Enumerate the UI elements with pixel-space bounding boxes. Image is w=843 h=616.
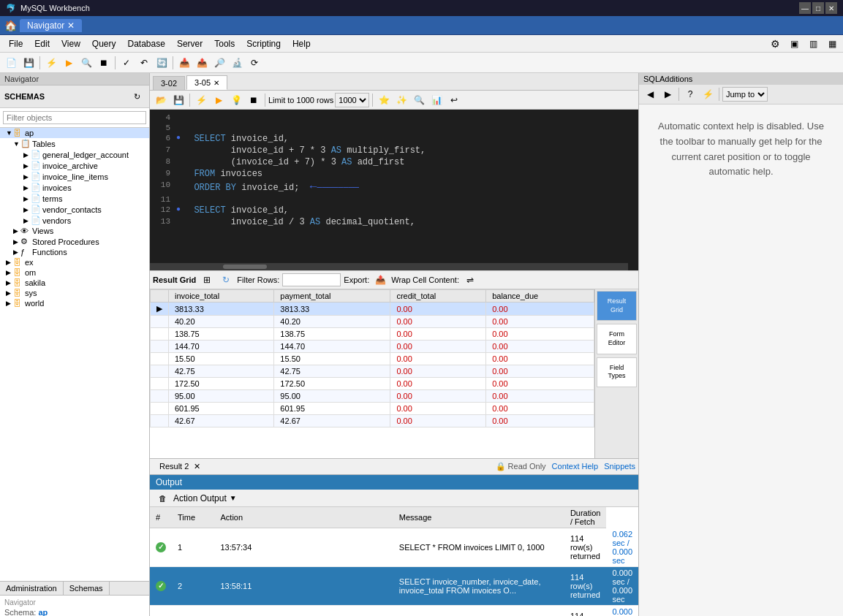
- tab-3-05-close-icon[interactable]: ✕: [213, 79, 219, 87]
- col-balance-due[interactable]: balance_due: [486, 290, 594, 303]
- schema-om[interactable]: ▶ 🗄 om: [0, 267, 149, 278]
- inspect-icon[interactable]: 🔬: [229, 55, 245, 71]
- table-row[interactable]: 138.75138.750.000.00: [151, 328, 594, 341]
- views-group[interactable]: ▶ 👁 Views: [0, 226, 149, 236]
- instance-close-icon[interactable]: ✕: [67, 20, 75, 31]
- schema-ex[interactable]: ▶ 🗄 ex: [0, 257, 149, 267]
- layout-btn-3[interactable]: ▦: [824, 36, 840, 52]
- result-refresh-icon[interactable]: ↻: [218, 272, 234, 288]
- tab-3-02[interactable]: 3-02: [153, 76, 185, 90]
- table-row[interactable]: 15.5015.500.000.00: [151, 353, 594, 365]
- context-help-link[interactable]: Context Help: [552, 462, 599, 471]
- table-vendors[interactable]: ▶ 📄 vendors: [0, 215, 149, 226]
- execute-icon[interactable]: ⚡: [193, 92, 209, 108]
- beautify-icon[interactable]: ✨: [393, 92, 409, 108]
- table-row[interactable]: ▶3813.333813.330.000.00: [151, 303, 594, 316]
- menu-tools[interactable]: Tools: [208, 37, 241, 50]
- table-row[interactable]: 42.6742.670.000.00: [151, 415, 594, 427]
- table-row[interactable]: 144.70144.700.000.00: [151, 341, 594, 353]
- close-button[interactable]: ✕: [825, 2, 837, 14]
- tables-group[interactable]: ▼ 📋 Tables: [0, 138, 149, 149]
- table-row[interactable]: 601.95601.950.000.00: [151, 403, 594, 415]
- gear-icon[interactable]: ⚙: [767, 36, 783, 52]
- save-icon[interactable]: 💾: [20, 55, 37, 71]
- word-wrap-icon[interactable]: ↩: [446, 92, 462, 108]
- maximize-button[interactable]: □: [812, 2, 824, 14]
- commit-icon[interactable]: ✓: [118, 55, 135, 71]
- run-icon[interactable]: ⚡: [43, 55, 59, 71]
- filter-rows-input[interactable]: [282, 273, 341, 286]
- result-tab-2[interactable]: Result 2 ✕: [153, 460, 207, 474]
- jump-to-select[interactable]: Jump to: [722, 87, 768, 102]
- reconnect-icon[interactable]: ⟳: [246, 55, 262, 71]
- result-grid-btn[interactable]: Result Grid: [597, 291, 637, 321]
- save-file-icon[interactable]: 💾: [170, 92, 186, 108]
- execute-current-icon[interactable]: ▶: [211, 92, 227, 108]
- table-row[interactable]: 40.2040.200.000.00: [151, 316, 594, 328]
- col-invoice-total[interactable]: invoice_total: [169, 290, 274, 303]
- window-controls[interactable]: — □ ✕: [799, 2, 837, 14]
- output-row[interactable]: ✓213:58:11SELECT invoice_number, invoice…: [150, 566, 638, 605]
- export-icon[interactable]: 📤: [194, 55, 210, 71]
- col-payment-total[interactable]: payment_total: [274, 290, 390, 303]
- schema-sakila[interactable]: ▶ 🗄 sakila: [0, 278, 149, 288]
- query-stats-icon[interactable]: 📊: [428, 92, 445, 108]
- form-editor-btn[interactable]: Form Editor: [597, 324, 637, 354]
- field-types-btn[interactable]: Field Types: [597, 357, 637, 387]
- table-vendor-contacts[interactable]: ▶ 📄 vendor_contacts: [0, 204, 149, 215]
- additions-back-icon[interactable]: ◀: [642, 86, 658, 102]
- output-clear-icon[interactable]: 🗑: [154, 490, 170, 506]
- result-grid-view-icon[interactable]: ⊞: [199, 272, 215, 288]
- run-selection-icon[interactable]: ▶: [61, 55, 77, 71]
- schema-world[interactable]: ▶ 🗄 world: [0, 298, 149, 308]
- menu-query[interactable]: Query: [86, 37, 122, 50]
- import-icon[interactable]: 📥: [176, 55, 192, 71]
- toggle-autocommit-icon[interactable]: 🔄: [154, 55, 170, 71]
- explain-query-icon[interactable]: 💡: [228, 92, 244, 108]
- table-terms[interactable]: ▶ 📄 terms: [0, 193, 149, 204]
- tab-3-05[interactable]: 3-05 ✕: [186, 75, 227, 90]
- search-icon[interactable]: 🔎: [211, 55, 227, 71]
- layout-btn-2[interactable]: ▥: [805, 36, 821, 52]
- action-output-dropdown-icon[interactable]: ▼: [230, 494, 237, 502]
- functions-group[interactable]: ▶ ƒ Functions: [0, 247, 149, 257]
- additions-help-icon[interactable]: ?: [682, 86, 698, 102]
- additions-forward-icon[interactable]: ▶: [659, 86, 676, 102]
- schema-ap[interactable]: ▼ 🗄 ap: [0, 128, 149, 138]
- table-invoice-archive[interactable]: ▶ 📄 invoice_archive: [0, 160, 149, 171]
- menu-scripting[interactable]: Scripting: [241, 37, 287, 50]
- sql-editor[interactable]: 4 5 6 ● SELECT invoice_id, 7: [150, 110, 638, 270]
- open-file-icon[interactable]: 📂: [153, 92, 169, 108]
- menu-edit[interactable]: Edit: [29, 37, 56, 50]
- menu-file[interactable]: File: [3, 37, 29, 50]
- menu-help[interactable]: Help: [287, 37, 317, 50]
- schema-sys[interactable]: ▶ 🗄 sys: [0, 288, 149, 298]
- export-icon[interactable]: 📤: [372, 272, 388, 288]
- limit-select[interactable]: 1000 500 100: [335, 93, 369, 107]
- table-general-ledger[interactable]: ▶ 📄 general_ledger_account: [0, 149, 149, 160]
- explain-icon[interactable]: 🔍: [78, 55, 94, 71]
- find-icon[interactable]: 🔍: [411, 92, 427, 108]
- minimize-button[interactable]: —: [799, 2, 811, 14]
- additions-auto-icon[interactable]: ⚡: [700, 86, 716, 102]
- table-invoices[interactable]: ▶ 📄 invoices: [0, 182, 149, 193]
- stop-query-icon[interactable]: ⏹: [246, 92, 262, 108]
- refresh-schemas-icon[interactable]: ↻: [129, 88, 145, 104]
- result-tab-2-close-icon[interactable]: ✕: [194, 462, 200, 471]
- wrap-icon[interactable]: ⇌: [462, 272, 478, 288]
- col-credit-total[interactable]: credit_total: [390, 290, 486, 303]
- stored-procedures-group[interactable]: ▶ ⚙ Stored Procedures: [0, 236, 149, 247]
- instance-tab[interactable]: Navigator ✕: [20, 19, 82, 32]
- schemas-tab[interactable]: Schemas: [64, 582, 110, 595]
- output-row[interactable]: ✓313:58:51SELECT invoice_id, invoice_id …: [150, 605, 638, 616]
- new-query-icon[interactable]: 📄: [3, 55, 19, 71]
- rollback-icon[interactable]: ↶: [136, 55, 152, 71]
- administration-tab[interactable]: Administration: [0, 582, 64, 595]
- table-row[interactable]: 172.50172.500.000.00: [151, 378, 594, 390]
- output-row[interactable]: ✓113:57:34SELECT * FROM invoices LIMIT 0…: [150, 528, 638, 567]
- menu-server[interactable]: Server: [171, 37, 208, 50]
- table-row[interactable]: 42.7542.750.000.00: [151, 365, 594, 378]
- table-row[interactable]: 95.0095.000.000.00: [151, 390, 594, 403]
- menu-view[interactable]: View: [56, 37, 86, 50]
- table-invoice-line-items[interactable]: ▶ 📄 invoice_line_items: [0, 171, 149, 182]
